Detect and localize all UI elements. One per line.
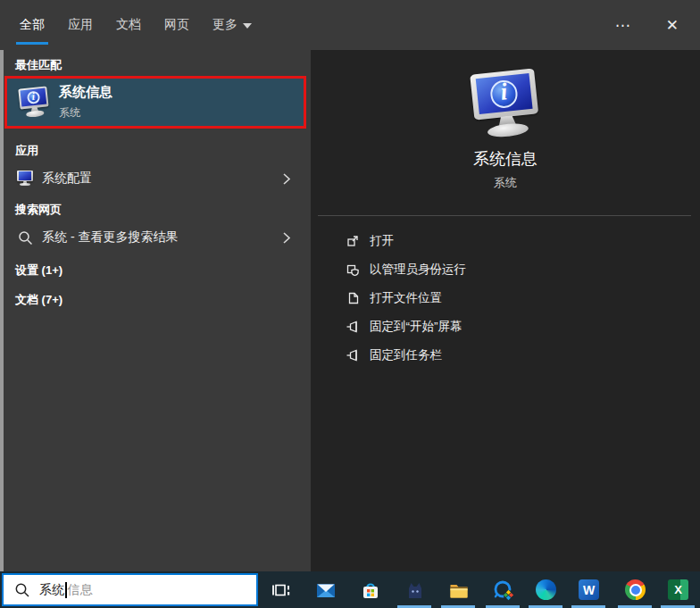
chevron-down-icon [243,23,252,29]
text-cursor [65,582,67,598]
preview-subtitle: 系统 [311,175,700,191]
tab-apps[interactable]: 应用 [68,0,93,50]
excel-app-button[interactable]: X [667,579,689,601]
action-label: 固定到任务栏 [370,347,442,363]
edge-icon [536,579,556,600]
search-results-panel: 最佳匹配 i 系统信息 系统 应用 系统配置 搜索网页 [0,50,311,571]
result-web-search[interactable]: 系统 - 查看更多搜索结果 [0,224,311,251]
run-as-admin-shield-icon [345,262,361,277]
chevron-right-icon [282,172,291,186]
task-view-button[interactable] [270,579,292,601]
result-system-config[interactable]: 系统配置 [0,165,311,192]
open-file-location-icon [345,291,361,305]
open-icon [345,234,361,248]
preview-panel: i 系统信息 系统 打开 以管理员身份运行 打开文件位置 [311,50,700,571]
microsoft-store-button[interactable] [359,579,381,601]
divider [318,215,691,216]
pin-to-start-icon [345,320,361,334]
action-pin-to-start[interactable]: 固定到“开始”屏幕 [311,312,700,341]
action-label: 打开文件位置 [370,290,442,306]
taskbar-search-input[interactable]: 系统 信息 [2,573,258,606]
result-label: 系统配置 [42,171,92,187]
action-label: 打开 [370,233,394,249]
result-subtitle: 系统 [59,105,112,121]
tab-more-label: 更多 [212,17,238,33]
qq-chat-icon [493,579,514,601]
preview-icon-wrap: i [311,70,700,145]
chevron-right-icon [282,231,291,245]
microsoft-store-icon [360,579,381,601]
scrollbar[interactable] [0,50,4,571]
tab-web[interactable]: 网页 [164,0,189,50]
search-typed-text: 系统 [39,582,64,598]
word-icon: W [579,579,599,600]
tab-documents[interactable]: 文档 [116,0,141,50]
tab-more[interactable]: 更多 [212,0,252,50]
window-controls: ⋯ ✕ [610,0,684,50]
chrome-browser-button[interactable] [624,579,646,601]
mail-app-button[interactable] [314,579,337,601]
pin-to-taskbar-icon [345,348,361,362]
taskbar: 系统 信息 W X [0,571,700,608]
search-icon [14,582,30,598]
section-header-apps: 应用 [15,143,38,159]
qq-chat-button[interactable] [492,579,514,601]
tab-all-label: 全部 [20,17,45,33]
search-filter-bar: 全部 应用 文档 网页 更多 ⋯ ✕ [0,0,700,50]
section-header-documents[interactable]: 文档 (7+) [15,292,62,308]
action-label: 以管理员身份运行 [370,262,466,278]
cat-app-icon [404,579,426,601]
tab-all[interactable]: 全部 [20,0,45,50]
word-app-button[interactable]: W [578,579,600,601]
search-filter-tabs: 全部 应用 文档 网页 更多 [20,0,252,50]
more-options-button[interactable]: ⋯ [610,14,636,37]
section-header-search-web: 搜索网页 [15,202,62,218]
tab-web-label: 网页 [164,17,189,33]
edge-browser-button[interactable] [535,579,557,601]
system-info-large-icon: i [466,66,545,145]
action-pin-to-taskbar[interactable]: 固定到任务栏 [311,341,700,370]
action-label: 固定到“开始”屏幕 [370,319,462,335]
tab-documents-label: 文档 [116,17,141,33]
excel-icon: X [668,579,688,600]
search-icon [15,230,35,246]
best-match-result-system-info[interactable]: i 系统信息 系统 [4,76,306,129]
mail-icon [315,579,337,601]
cat-app-button[interactable] [404,579,426,601]
action-open[interactable]: 打开 [311,227,700,255]
action-run-as-admin[interactable]: 以管理员身份运行 [311,255,700,284]
action-open-file-location[interactable]: 打开文件位置 [311,284,700,312]
file-explorer-icon [448,579,470,601]
result-title: 系统信息 [59,84,112,101]
active-tab-underline [16,42,48,45]
system-info-icon: i [16,85,52,121]
close-button[interactable]: ✕ [661,14,684,37]
section-header-best-match: 最佳匹配 [15,57,62,73]
file-explorer-button[interactable] [447,579,470,601]
tab-apps-label: 应用 [68,17,93,33]
result-label: 系统 - 查看更多搜索结果 [42,229,178,246]
system-config-icon [15,171,35,187]
section-header-settings[interactable]: 设置 (1+) [15,262,62,279]
preview-title: 系统信息 [311,148,700,170]
search-suggestion-text: 信息 [68,582,93,598]
task-view-icon [271,580,291,600]
chrome-icon [625,579,646,600]
